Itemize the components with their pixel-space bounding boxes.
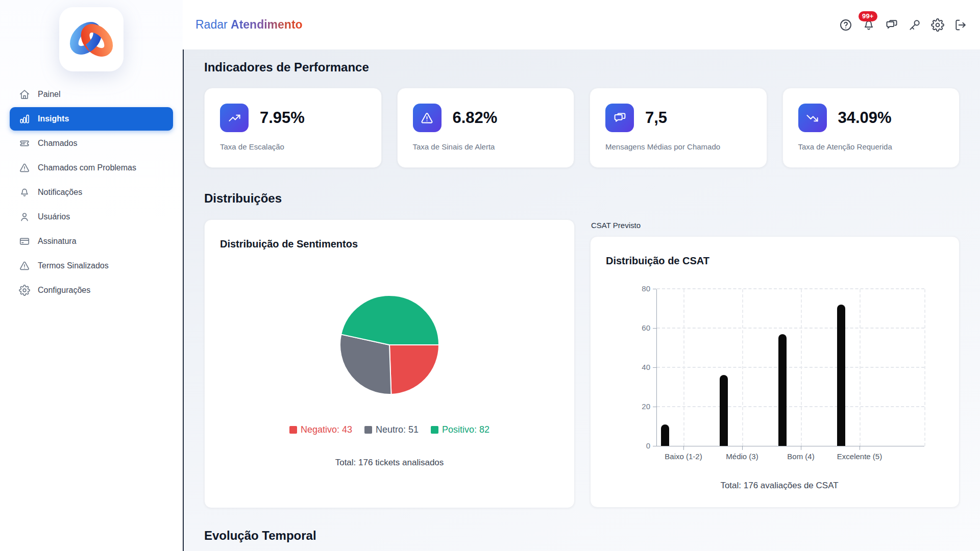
y-tick <box>653 407 656 407</box>
x-axis-label: Bom (4) <box>768 452 834 461</box>
sidebar-item-label: Usuários <box>38 212 70 221</box>
legend-item-positivo: Positivo: 82 <box>431 424 489 435</box>
kpi-row: 7.95%Taxa de Escalação6.82%Taxa de Sinai… <box>204 88 960 168</box>
kpi-card: 34.09%Taxa de Atenção Requerida <box>782 88 960 168</box>
csat-bar-4 <box>837 305 845 446</box>
logout-icon[interactable] <box>954 18 967 32</box>
notifications-bell-icon[interactable]: 99+ <box>862 18 875 32</box>
section-distributions-title: Distribuições <box>204 191 960 206</box>
sidebar-item-label: Chamados com Problemas <box>38 163 136 172</box>
home-icon <box>19 89 30 100</box>
csat-card: Distribuição de CSAT 020406080 Baixo (1-… <box>590 236 960 508</box>
kpi-top: 34.09% <box>798 104 944 132</box>
sidebar-item-assinatura[interactable]: Assinatura <box>10 230 173 253</box>
sentiments-card: Distribuição de Sentimentos Negativo: 43… <box>204 219 575 508</box>
y-tick <box>653 289 656 289</box>
main-column: Radar Atendimento 99+ <box>183 0 980 551</box>
header: Radar Atendimento 99+ <box>183 0 980 49</box>
sidebar-item-label: Termos Sinalizados <box>38 261 109 270</box>
csat-bar-1 <box>661 424 669 446</box>
gridline-v <box>683 289 684 446</box>
kpi-label: Taxa de Sinais de Alerta <box>413 142 559 151</box>
kpi-value: 7.95% <box>260 109 305 127</box>
help-icon[interactable] <box>839 18 852 32</box>
sidebar-nav: PainelInsightsChamadosChamados com Probl… <box>0 82 183 303</box>
x-tick <box>801 446 801 450</box>
section-performance-title: Indicadores de Performance <box>204 60 960 74</box>
kpi-top: 6.82% <box>413 104 559 132</box>
gridline-h <box>657 328 924 329</box>
csat-column: CSAT Previsto Distribuição de CSAT 02040… <box>590 219 960 508</box>
section-temporal-title: Evolução Temporal <box>204 529 960 543</box>
chat-icon[interactable] <box>885 18 898 32</box>
bar-chart-icon <box>19 113 30 124</box>
csat-chart-title: Distribuição de CSAT <box>606 255 944 267</box>
settings-icon[interactable] <box>931 18 944 32</box>
csat-previsto-label: CSAT Previsto <box>591 221 960 230</box>
kpi-value: 7,5 <box>645 109 667 127</box>
csat-bar-2 <box>720 375 728 446</box>
knot-logo-icon <box>59 7 124 71</box>
sentiments-pie-chart <box>220 294 559 396</box>
sidebar-item-insights[interactable]: Insights <box>10 107 173 131</box>
sentiments-total: Total: 176 tickets analisados <box>220 458 559 468</box>
app-root: PainelInsightsChamadosChamados com Probl… <box>0 0 980 551</box>
y-axis-label: 60 <box>630 323 650 333</box>
sidebar-item-painel[interactable]: Painel <box>10 83 173 106</box>
x-tick <box>860 446 860 450</box>
distributions-row: Distribuição de Sentimentos Negativo: 43… <box>204 219 960 508</box>
app-logo[interactable] <box>59 7 124 71</box>
kpi-top: 7.95% <box>220 104 366 132</box>
credit-card-icon <box>19 236 30 247</box>
kpi-label: Taxa de Escalação <box>220 142 366 151</box>
gridline-h <box>657 406 924 407</box>
kpi-label: Mensagens Médias por Chamado <box>605 142 751 151</box>
kpi-card: 6.82%Taxa de Sinais de Alerta <box>397 88 575 168</box>
csat-bar-3 <box>778 334 787 446</box>
gear-icon <box>19 285 30 296</box>
gridline-h <box>657 367 924 368</box>
sidebar-item-chamados[interactable]: Chamados <box>10 132 173 155</box>
legend-label: Positivo: 82 <box>442 424 489 435</box>
legend-swatch <box>431 426 438 434</box>
brand-primary: Radar <box>195 18 228 31</box>
kpi-value: 34.09% <box>838 109 892 127</box>
brand-secondary: Atendimento <box>231 18 303 31</box>
csat-total: Total: 176 avaliações de CSAT <box>636 481 922 491</box>
header-actions: 99+ <box>839 18 967 32</box>
kpi-card: 7.95%Taxa de Escalação <box>204 88 382 168</box>
main-content: Indicadores de Performance 7.95%Taxa de … <box>183 49 980 551</box>
sidebar-item-label: Assinatura <box>38 237 77 246</box>
sidebar-item-label: Painel <box>38 90 60 99</box>
pie-slice-negativo <box>389 345 439 394</box>
key-icon[interactable] <box>908 18 921 32</box>
csat-bar-chart: 020406080 Baixo (1-2)Médio (3)Bom (4)Exc… <box>656 289 944 463</box>
x-axis-label: Baixo (1-2) <box>650 452 717 461</box>
sidebar-item-termos-sinalizados[interactable]: Termos Sinalizados <box>10 254 173 278</box>
chat-icon <box>605 104 634 132</box>
legend-label: Neutro: 51 <box>376 424 419 435</box>
kpi-top: 7,5 <box>605 104 751 132</box>
alert-triangle-icon <box>413 104 442 132</box>
pie-slice-positivo <box>341 295 439 345</box>
y-tick <box>653 367 656 368</box>
x-tick <box>742 446 743 450</box>
y-axis-label: 0 <box>630 441 650 450</box>
y-tick <box>653 446 656 446</box>
sidebar-item-label: Configurações <box>38 286 90 295</box>
gridline-v <box>801 289 802 446</box>
legend-swatch <box>289 426 297 434</box>
trending-down-icon <box>798 104 827 132</box>
sidebar-item-configuracoes[interactable]: Configurações <box>10 279 173 302</box>
bell-icon <box>19 187 30 198</box>
sidebar: PainelInsightsChamadosChamados com Probl… <box>0 0 183 551</box>
sidebar-item-notificacoes[interactable]: Notificações <box>10 181 173 204</box>
kpi-card: 7,5Mensagens Médias por Chamado <box>590 88 767 168</box>
sidebar-item-usuarios[interactable]: Usuários <box>10 205 173 229</box>
sentiments-chart-title: Distribuição de Sentimentos <box>220 238 559 250</box>
sidebar-item-chamados-com-problemas[interactable]: Chamados com Problemas <box>10 156 173 180</box>
gridline-h <box>657 288 924 289</box>
y-axis-label: 80 <box>630 284 650 293</box>
pie-chart-svg <box>338 294 440 396</box>
sidebar-item-label: Notificações <box>38 188 82 197</box>
